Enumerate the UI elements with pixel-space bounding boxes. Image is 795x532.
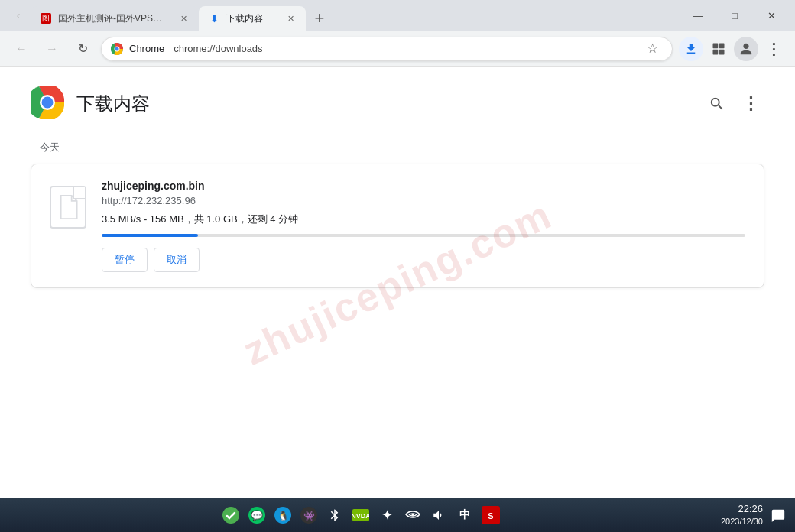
taskbar-icon-bluetooth[interactable] [324,504,346,526]
tab-1-close[interactable]: ✕ [177,12,190,24]
svg-text:👾: 👾 [303,510,315,521]
address-favicon [111,43,123,55]
taskbar-notification-button[interactable] [767,504,789,526]
time-display: 22:26 [721,502,763,516]
taskbar-icon-wps[interactable]: S [480,504,501,526]
tab-2-label: 下载内容 [226,12,278,25]
page-content: 下载内容 ⋮ 今天 [0,67,795,313]
downloads-indicator-button[interactable] [679,37,703,61]
more-options-button[interactable]: ⋮ [737,90,764,118]
taskbar-icon-ime[interactable]: 中 [454,504,475,526]
forward-button[interactable]: → [40,37,64,61]
close-button[interactable]: ✕ [754,5,789,26]
tab-back-btn[interactable]: ‹ [6,3,31,28]
page-header: 下载内容 ⋮ [31,86,764,122]
taskbar-icon-settings[interactable]: ✦ [376,504,398,526]
page-header-left: 下载内容 [31,86,150,122]
new-tab-button[interactable]: + [309,9,330,31]
profile-button[interactable] [734,37,758,61]
taskbar-icon-wechat[interactable]: 💬 [246,504,268,526]
svg-rect-6 [719,49,725,54]
progress-bar-container [102,234,745,237]
taskbar-icon-nvidia[interactable]: NVDA [350,504,372,526]
chrome-logo [31,86,64,122]
taskbar-icons: 💬 🐧 👾 NVDA [6,504,716,526]
taskbar-icon-ghost[interactable]: 👾 [298,504,320,526]
address-bar[interactable]: Chrome chrome://downloads ☆ [101,37,673,61]
tab-2[interactable]: ⬇ 下载内容 ✕ [199,6,306,31]
titlebar: ‹ 图 国外主机测评-国外VPS，国... ✕ ⬇ 下载内容 ✕ + — □ ✕ [0,0,795,31]
download-filename: zhujiceping.com.bin [102,180,745,192]
svg-rect-4 [719,43,725,48]
toolbar-right: ⋮ [679,37,786,61]
download-status: 3.5 MB/s - 156 MB，共 1.0 GB，还剩 4 分钟 [102,212,745,226]
bookmark-button[interactable]: ☆ [641,38,663,60]
window-controls: — □ ✕ [680,5,789,31]
date-display: 2023/12/30 [721,516,763,527]
page-wrapper: zhujiceping.com 下载内容 [0,67,795,498]
svg-text:🐧: 🐧 [277,510,289,521]
download-info: zhujiceping.com.bin http://172.232.235.9… [102,180,745,272]
svg-point-9 [42,97,54,109]
file-icon [50,186,86,229]
svg-point-10 [222,507,239,524]
pause-button[interactable]: 暂停 [102,248,148,272]
tab-2-favicon: ⬇ [208,12,220,24]
section-today-label: 今天 [40,141,764,154]
extensions-button[interactable] [706,37,731,61]
menu-button[interactable]: ⋮ [761,37,786,61]
maximize-button[interactable]: □ [717,5,752,26]
tab-1-favicon: 图 [40,12,52,24]
svg-point-2 [115,47,119,50]
taskbar-icon-check[interactable] [220,504,242,526]
address-url: chrome://downloads [174,43,262,54]
svg-text:NVDA: NVDA [352,512,369,520]
svg-rect-3 [713,43,719,48]
svg-point-19 [412,514,414,516]
page-title: 下载内容 [76,92,150,116]
refresh-button[interactable]: ↻ [70,37,95,61]
address-chrome-label: Chrome [129,43,164,54]
tab-2-close[interactable]: ✕ [284,12,297,24]
download-card: zhujiceping.com.bin http://172.232.235.9… [31,164,764,288]
taskbar-right: 22:26 2023/12/30 [721,502,789,528]
tab-1[interactable]: 图 国外主机测评-国外VPS，国... ✕ [31,6,199,31]
svg-text:S: S [488,511,494,521]
download-url: http://172.232.235.96 [102,195,745,206]
svg-text:💬: 💬 [251,509,264,522]
taskbar-icon-network[interactable] [402,504,423,526]
svg-rect-5 [713,49,719,54]
progress-bar-fill [102,234,198,237]
page-header-right: ⋮ [703,90,764,118]
back-button[interactable]: ← [9,37,34,61]
taskbar-icon-qq[interactable]: 🐧 [272,504,294,526]
taskbar-icon-volume[interactable] [428,504,449,526]
download-actions: 暂停 取消 [102,248,745,272]
search-button[interactable] [703,90,731,118]
tab-1-label: 国外主机测评-国外VPS，国... [58,12,171,25]
toolbar: ← → ↻ Chrome chrome://downloads ☆ [0,31,795,67]
taskbar-time: 22:26 2023/12/30 [721,502,763,528]
taskbar: 💬 🐧 👾 NVDA [0,498,795,532]
cancel-button[interactable]: 取消 [154,248,200,272]
minimize-button[interactable]: — [680,5,716,26]
